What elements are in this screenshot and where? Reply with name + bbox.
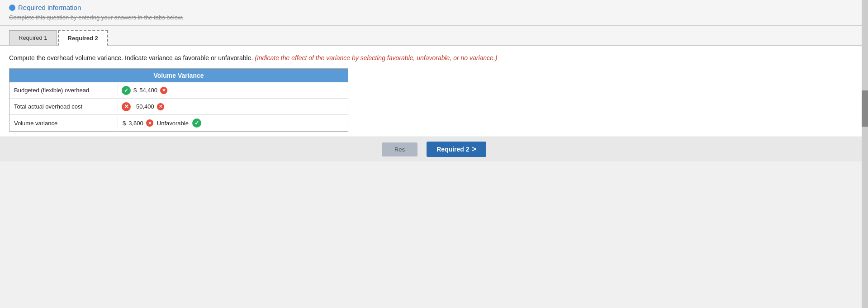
table-body: Budgeted (flexible) overhead ✓ $ 54,400 … xyxy=(9,82,348,131)
top-section: Required information Complete this quest… xyxy=(0,0,868,26)
value-variance: 3,600 xyxy=(128,120,143,127)
table-row: Total actual overhead cost ✕ 50,400 ✕ xyxy=(9,99,348,115)
instruction-text: Compute the overhead volume variance. In… xyxy=(9,53,859,63)
dollar-sign-1: $ xyxy=(133,87,137,94)
table-row: Budgeted (flexible) overhead ✓ $ 54,400 … xyxy=(9,82,348,99)
scrollbar-thumb[interactable] xyxy=(862,90,868,127)
dollar-sign-3: $ xyxy=(123,120,126,127)
main-content: Compute the overhead volume variance. In… xyxy=(0,46,868,136)
row-data-variance: $ 3,600 ✕ Unfavorable ✓ xyxy=(118,117,348,129)
x-icon-small-1: ✕ xyxy=(160,87,167,94)
table-header: Volume Variance xyxy=(9,69,348,82)
row-data-budgeted: ✓ $ 54,400 ✕ xyxy=(118,84,348,97)
row-label-budgeted: Budgeted (flexible) overhead xyxy=(9,84,118,96)
scrollbar[interactable] xyxy=(862,0,868,308)
check-icon-variance: ✓ xyxy=(192,118,201,128)
check-icon: ✓ xyxy=(122,86,131,95)
required-info-text: Required information xyxy=(18,4,81,11)
bottom-bar: Res Required 2 > xyxy=(0,137,868,161)
required2-button[interactable]: Required 2 > xyxy=(427,142,486,157)
tab-required-2[interactable]: Required 2 xyxy=(58,30,108,46)
unfavorable-label: Unfavorable xyxy=(157,120,189,127)
arrow-icon: > xyxy=(472,145,476,153)
tabs-container: Required 1 Required 2 xyxy=(0,26,868,46)
x-icon-small-3: ✕ xyxy=(146,119,153,127)
table-row: Volume variance $ 3,600 ✕ Unfavorable ✓ xyxy=(9,115,348,131)
value-budgeted: 54,400 xyxy=(139,87,157,94)
required-info-label: Required information xyxy=(9,4,859,11)
res-button[interactable]: Res xyxy=(382,142,417,156)
row-label-variance: Volume variance xyxy=(9,117,118,129)
row-data-actual: ✕ 50,400 ✕ xyxy=(118,100,348,113)
x-icon-red: ✕ xyxy=(122,102,131,111)
value-actual: 50,400 xyxy=(136,103,154,110)
instruction-main: Compute the overhead volume variance. In… xyxy=(9,54,253,62)
row-label-actual: Total actual overhead cost xyxy=(9,100,118,113)
page-wrapper: Required information Complete this quest… xyxy=(0,0,868,308)
volume-variance-table: Volume Variance Budgeted (flexible) over… xyxy=(9,68,348,132)
tab-required-1[interactable]: Required 1 xyxy=(9,30,57,45)
instruction-strikethrough: Complete this question by entering your … xyxy=(9,14,859,24)
instruction-italic: (Indicate the effect of the variance by … xyxy=(255,54,497,62)
x-icon-small-2: ✕ xyxy=(157,103,164,110)
